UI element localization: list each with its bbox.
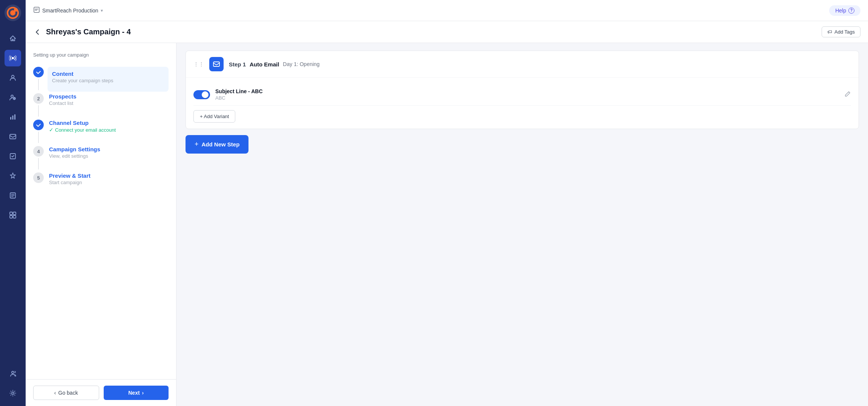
svg-point-18: [12, 371, 14, 374]
svg-rect-10: [14, 114, 15, 120]
nav-item-tasks[interactable]: [5, 148, 21, 165]
left-panel-footer: ‹ Go back Next ›: [26, 379, 176, 406]
svg-rect-9: [12, 115, 14, 120]
variant-edit-button[interactable]: [844, 91, 851, 99]
step-connector-prospects: 2: [33, 93, 44, 118]
variant-toggle[interactable]: [193, 90, 210, 99]
add-variant-label: + Add Variant: [200, 114, 229, 119]
nav-item-email[interactable]: [5, 128, 21, 145]
tag-icon: 🏷: [827, 29, 832, 35]
step-label-channel[interactable]: Channel Setup: [49, 120, 169, 126]
add-new-step-button[interactable]: + Add New Step: [186, 135, 248, 154]
add-step-plus-icon: +: [195, 140, 199, 148]
add-step-label: Add New Step: [202, 141, 240, 148]
step-item-content: Content Create your campaign steps: [33, 67, 169, 92]
svg-point-6: [11, 95, 13, 97]
go-back-chevron-icon: ‹: [54, 390, 56, 396]
nav-item-team[interactable]: [5, 365, 21, 382]
next-button[interactable]: Next ›: [104, 386, 169, 400]
nav-item-reports[interactable]: [5, 109, 21, 125]
step-1-card: ⋮⋮ Step 1 Auto Email Day 1: Opening: [186, 51, 859, 129]
step-content-prospects: Prospects Contact list: [49, 93, 169, 118]
step-item-channel-setup: Channel Setup ✓ Connect your email accou…: [33, 120, 169, 145]
go-back-button[interactable]: ‹ Go back: [33, 386, 99, 400]
steps-list: Content Create your campaign steps 2 Pro…: [33, 67, 169, 194]
svg-rect-8: [10, 117, 11, 120]
svg-rect-11: [10, 134, 16, 139]
variant-area: Subject Line - ABC ABC + Add Variant: [186, 78, 859, 129]
workspace-icon: [33, 6, 40, 14]
app-logo[interactable]: [5, 5, 21, 23]
success-check-icon: ✓: [49, 127, 54, 133]
next-label: Next: [128, 390, 140, 396]
nav-item-contacts[interactable]: [5, 69, 21, 86]
svg-rect-17: [13, 215, 16, 218]
help-circle-icon: ?: [848, 8, 854, 14]
content-area: Setting up your campaign Content: [26, 43, 868, 406]
step-sublabel-prospects: Contact list: [49, 100, 169, 106]
step-label-prospects[interactable]: Prospects: [49, 93, 169, 100]
next-chevron-icon: ›: [142, 390, 144, 396]
back-button[interactable]: [33, 28, 41, 36]
help-button[interactable]: Help ?: [829, 5, 860, 16]
nav-item-settings[interactable]: [5, 385, 21, 401]
step-item-campaign-settings: 4 Campaign Settings View, edit settings: [33, 146, 169, 171]
nav-item-leaderboard[interactable]: [5, 168, 21, 184]
toggle-thumb: [202, 91, 209, 98]
step-connector-channel: [33, 120, 44, 145]
step-sublabel-preview: Start campaign: [49, 180, 169, 185]
step-badge-preview: 5: [33, 172, 44, 183]
left-panel: Setting up your campaign Content: [26, 43, 176, 406]
step-sublabel-settings: View, edit settings: [49, 153, 169, 159]
right-panel-scroll: ⋮⋮ Step 1 Auto Email Day 1: Opening: [176, 43, 868, 406]
page-header: Shreyas's Campaign - 4 🏷 Add Tags: [26, 21, 868, 43]
step-content-channel: Channel Setup ✓ Connect your email accou…: [49, 120, 169, 145]
svg-rect-14: [10, 212, 12, 215]
step-item-preview: 5 Preview & Start Start campaign: [33, 172, 169, 193]
step-badge-prospects: 2: [33, 93, 44, 104]
step-label-preview[interactable]: Preview & Start: [49, 172, 169, 179]
step-number: Step 1: [229, 61, 246, 68]
variant-title: Subject Line - ABC: [215, 88, 839, 94]
step-email-icon: [209, 57, 224, 71]
topbar-right: Help ?: [829, 5, 860, 16]
svg-rect-16: [10, 215, 12, 218]
step-item-prospects: 2 Prospects Contact list: [33, 93, 169, 118]
drag-handle-icon[interactable]: ⋮⋮: [193, 61, 204, 67]
step-badge-content: [33, 67, 44, 77]
add-variant-button[interactable]: + Add Variant: [193, 110, 235, 123]
help-label: Help: [835, 8, 846, 14]
right-panel: ⋮⋮ Step 1 Auto Email Day 1: Opening: [176, 43, 868, 406]
step-sublabel-content: Create your campaign steps: [52, 78, 164, 83]
step-content-content: Content Create your campaign steps: [48, 67, 169, 92]
step-label-content[interactable]: Content: [52, 71, 164, 77]
topbar: SmartReach Production ▾ Help ?: [26, 0, 868, 21]
go-back-label: Go back: [58, 390, 78, 396]
step-content-settings: Campaign Settings View, edit settings: [49, 146, 169, 171]
nav-item-prospects[interactable]: [5, 89, 21, 106]
svg-point-4: [12, 57, 14, 59]
variant-info: Subject Line - ABC ABC: [215, 88, 839, 101]
step-label-settings[interactable]: Campaign Settings: [49, 146, 169, 152]
step-connector-preview: 5: [33, 172, 44, 193]
nav-item-campaigns[interactable]: [5, 30, 21, 47]
step-badge-channel: [33, 120, 44, 130]
step-badge-settings: 4: [33, 146, 44, 157]
step-card-title: Step 1 Auto Email Day 1: Opening: [229, 61, 320, 68]
step-connector-settings: 4: [33, 146, 44, 171]
step-sublabel-channel: ✓ Connect your email account: [49, 127, 169, 133]
svg-point-5: [12, 75, 14, 78]
step-1-card-header: ⋮⋮ Step 1 Auto Email Day 1: Opening: [186, 51, 859, 78]
svg-point-19: [12, 392, 14, 394]
step-day: Day 1: Opening: [283, 61, 319, 67]
nav-item-templates[interactable]: [5, 187, 21, 204]
nav-item-integrations[interactable]: [5, 207, 21, 223]
nav-item-broadcasts[interactable]: [5, 50, 21, 66]
add-tags-button[interactable]: 🏷 Add Tags: [822, 26, 860, 37]
variant-value: ABC: [215, 95, 839, 101]
workspace-selector[interactable]: SmartReach Production ▾: [33, 6, 103, 14]
variant-row: Subject Line - ABC ABC: [193, 84, 851, 106]
setup-subtitle: Setting up your campaign: [33, 52, 169, 58]
page-title: Shreyas's Campaign - 4: [46, 28, 131, 36]
sidebar-navigation: [0, 0, 26, 406]
